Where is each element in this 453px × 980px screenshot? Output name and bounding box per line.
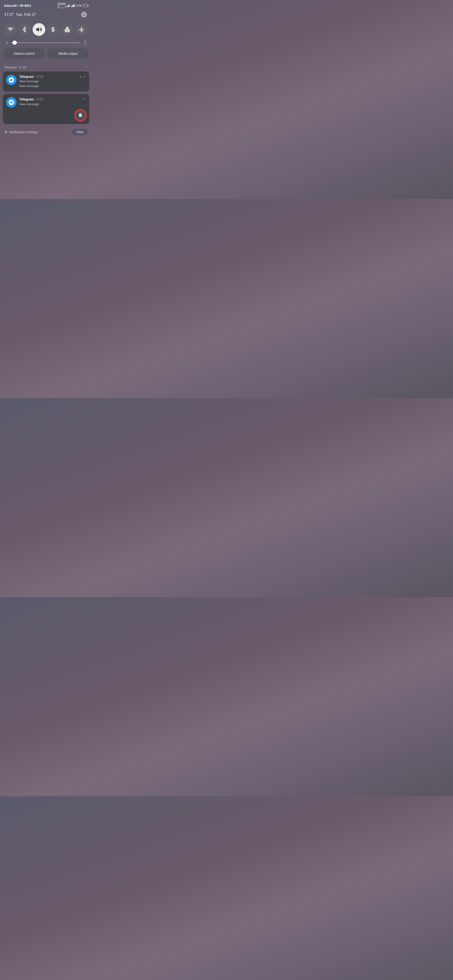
notification-card-2: Telegram 17:22 New message [3, 94, 89, 124]
brightness-row [0, 39, 92, 48]
quick-toggles [0, 21, 92, 39]
svg-point-5 [6, 42, 8, 44]
notif-top-1: Telegram 17:23 2 New message New message [6, 75, 86, 88]
svg-point-1 [10, 31, 11, 32]
data-toggle[interactable] [47, 23, 59, 36]
notification-settings-row: ⚙ Notification settings Clear [0, 126, 92, 137]
notif-content-1: Telegram 17:23 2 New message New message [19, 75, 86, 88]
notif-count-expand[interactable]: 2 [80, 75, 86, 78]
svg-point-0 [83, 14, 85, 15]
brightness-slider[interactable] [12, 42, 80, 43]
notif-app-name-2: Telegram [19, 97, 34, 101]
battery-icon [83, 4, 88, 7]
notif-time-1: 17:23 [36, 75, 43, 78]
notif-group-title: Telegram 17:23 [4, 65, 26, 69]
telegram-avatar-2 [6, 97, 16, 108]
notification-group-header: Telegram 17:23 ⌃ [0, 63, 92, 72]
notif-app-line-2: Telegram 17:22 [19, 97, 86, 102]
gear-settings-icon: ⚙ [4, 130, 7, 134]
notif-top-2: Telegram 17:22 New message [6, 97, 86, 108]
status-icons: VoLTE1 11% [58, 3, 88, 8]
datetime-text: 17:27 Tue, Feb 27 [4, 13, 36, 17]
datetime-row: 17:27 Tue, Feb 27 [0, 10, 92, 21]
signal-bars-1 [67, 4, 70, 7]
svg-rect-4 [65, 29, 70, 32]
notification-settings-button[interactable]: ⚙ Notification settings [4, 130, 38, 134]
notif-app-line-1: Telegram 17:23 2 [19, 75, 86, 78]
notif-actions-2 [6, 110, 86, 121]
bluetooth-toggle[interactable] [18, 23, 31, 36]
notif-message-1a: New message [19, 79, 86, 84]
notif-time-2: 17:22 [36, 98, 43, 101]
settings-icon[interactable] [80, 11, 88, 18]
sound-toggle[interactable] [33, 23, 45, 36]
device-control-button[interactable]: Device control [3, 48, 45, 59]
status-bar: Irancell • IR-MCI VoLTE1 11% [0, 0, 92, 10]
device-media-row: Device control Media output [0, 48, 92, 63]
media-output-button[interactable]: Media output [47, 48, 89, 59]
airplane-toggle[interactable] [75, 23, 88, 36]
battery-text: 11% [75, 4, 81, 7]
notification-card-1: Telegram 17:23 2 New message New message [3, 72, 89, 92]
svg-marker-2 [36, 28, 39, 31]
notif-content-2: Telegram 17:22 New message [19, 97, 86, 107]
notif-message-1b: New message [19, 84, 86, 88]
telegram-avatar-1 [6, 75, 16, 85]
collapse-group-button[interactable]: ⌃ [85, 65, 88, 70]
notification-settings-label: Notification settings [9, 130, 38, 134]
carrier-text: Irancell • IR-MCI [4, 3, 31, 8]
brightness-icon [4, 40, 10, 45]
notif-message-2: New message [19, 102, 86, 107]
more-options-button[interactable] [83, 40, 88, 45]
screen-lock-toggle[interactable] [61, 23, 73, 36]
notif-app-name-1: Telegram [19, 75, 34, 78]
lte-icon: VoLTE1 [58, 3, 65, 8]
signal-bars-2 [71, 4, 75, 7]
clear-notifications-button[interactable]: Clear [72, 129, 88, 135]
wifi-toggle[interactable] [4, 23, 17, 36]
